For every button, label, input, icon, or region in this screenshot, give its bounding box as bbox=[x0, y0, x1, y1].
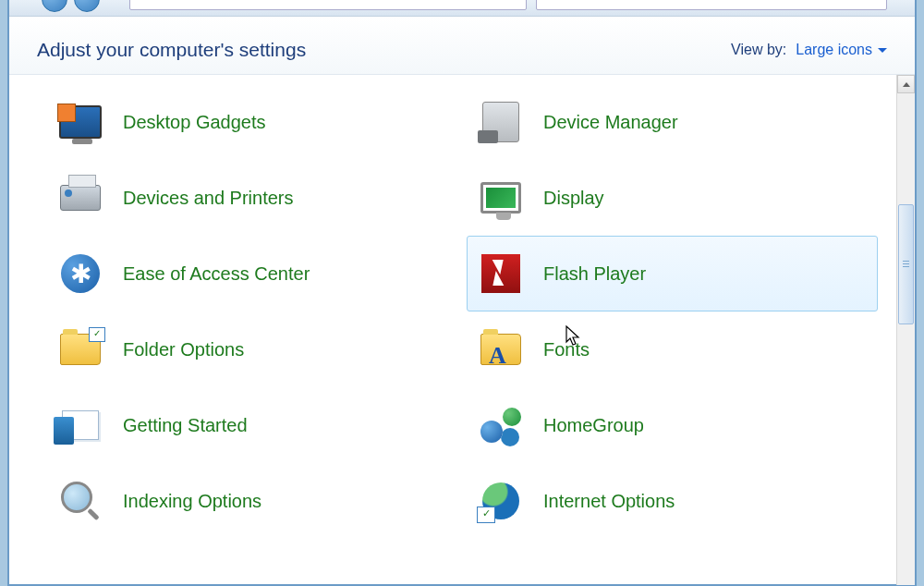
scroll-thumb[interactable] bbox=[898, 204, 914, 324]
item-label: Ease of Access Center bbox=[123, 263, 310, 285]
content-area: Desktop GadgetsDevice ManagerDevices and… bbox=[9, 75, 915, 585]
address-bar[interactable] bbox=[129, 0, 527, 10]
chevron-up-icon bbox=[903, 82, 910, 87]
desktop-gadgets-icon bbox=[58, 100, 103, 144]
item-label: Indexing Options bbox=[123, 491, 261, 512]
display-icon bbox=[479, 176, 523, 220]
chevron-down-icon bbox=[878, 48, 887, 53]
item-label: HomeGroup bbox=[543, 415, 644, 436]
folder-options-icon bbox=[58, 327, 103, 372]
control-panel-item[interactable]: Ease of Access Center bbox=[46, 236, 457, 311]
scroll-track[interactable] bbox=[897, 93, 915, 585]
header: Adjust your computer's settings View by:… bbox=[9, 17, 915, 75]
homegroup-icon bbox=[479, 403, 523, 447]
item-label: Internet Options bbox=[543, 491, 675, 512]
flash-player-icon bbox=[479, 251, 523, 296]
getting-started-icon bbox=[58, 403, 103, 447]
view-by-control: View by: Large icons bbox=[731, 42, 887, 58]
scroll-up-button[interactable] bbox=[897, 75, 915, 93]
view-by-label: View by: bbox=[731, 42, 786, 58]
devices-printers-icon bbox=[58, 176, 103, 220]
control-panel-item[interactable]: Fonts bbox=[467, 311, 878, 387]
vertical-scrollbar[interactable] bbox=[896, 75, 915, 585]
control-panel-item[interactable]: Device Manager bbox=[467, 84, 878, 160]
view-by-dropdown[interactable]: Large icons bbox=[796, 42, 887, 58]
control-panel-item[interactable]: Devices and Printers bbox=[46, 160, 457, 236]
device-manager-icon bbox=[479, 100, 523, 144]
item-label: Folder Options bbox=[123, 339, 244, 360]
item-label: Flash Player bbox=[543, 263, 646, 285]
page-title: Adjust your computer's settings bbox=[37, 39, 306, 61]
item-label: Display bbox=[543, 188, 604, 209]
search-input[interactable] bbox=[536, 0, 887, 10]
ease-of-access-icon bbox=[58, 251, 103, 296]
control-panel-item[interactable]: Folder Options bbox=[46, 311, 457, 387]
control-panel-item[interactable]: Getting Started bbox=[46, 387, 457, 463]
control-panel-window: Adjust your computer's settings View by:… bbox=[7, 0, 917, 586]
items-grid: Desktop GadgetsDevice ManagerDevices and… bbox=[9, 75, 896, 585]
item-label: Fonts bbox=[543, 339, 590, 360]
control-panel-item[interactable]: Flash Player bbox=[467, 236, 878, 311]
fonts-icon bbox=[479, 327, 523, 372]
control-panel-item[interactable]: Display bbox=[467, 160, 878, 236]
item-label: Device Manager bbox=[543, 112, 678, 133]
control-panel-item[interactable]: Internet Options bbox=[467, 463, 878, 539]
indexing-options-icon bbox=[58, 479, 103, 523]
internet-options-icon bbox=[479, 479, 523, 523]
control-panel-item[interactable]: Desktop Gadgets bbox=[46, 84, 457, 160]
control-panel-item[interactable]: HomeGroup bbox=[467, 387, 878, 463]
item-label: Devices and Printers bbox=[123, 188, 294, 209]
control-panel-item[interactable]: Indexing Options bbox=[46, 463, 457, 539]
item-label: Getting Started bbox=[123, 415, 248, 436]
view-by-value: Large icons bbox=[796, 42, 872, 58]
item-label: Desktop Gadgets bbox=[123, 112, 266, 133]
